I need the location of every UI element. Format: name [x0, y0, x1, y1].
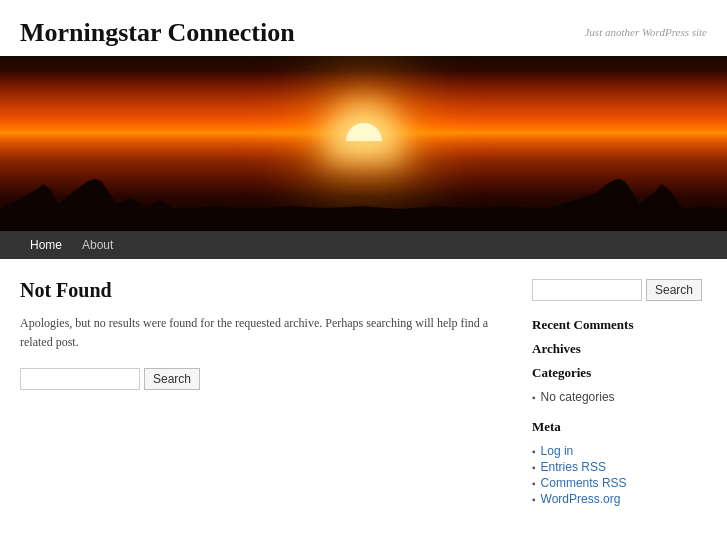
content-area: Not Found Apologies, but no results were…	[0, 259, 727, 545]
sidebar-search-form: Search	[532, 279, 707, 301]
list-item: No categories	[532, 389, 707, 405]
nav-item-home[interactable]: Home	[20, 231, 72, 259]
list-item: Log in	[532, 443, 707, 459]
sidebar-search-input[interactable]	[532, 279, 642, 301]
sidebar-search-button[interactable]: Search	[646, 279, 702, 301]
sidebar-meta-list: Log in Entries RSS Comments RSS WordPres…	[532, 443, 707, 507]
not-found-title: Not Found	[20, 279, 502, 302]
main-search-input[interactable]	[20, 368, 140, 390]
sidebar-meta-title: Meta	[532, 419, 707, 435]
list-item: Entries RSS	[532, 459, 707, 475]
main-content: Not Found Apologies, but no results were…	[20, 279, 512, 529]
sidebar-recent-comments-title: Recent Comments	[532, 317, 707, 333]
list-item: WordPress.org	[532, 491, 707, 507]
nav-item-about[interactable]: About	[72, 231, 123, 259]
main-search-button[interactable]: Search	[144, 368, 200, 390]
sidebar-categories-title: Categories	[532, 365, 707, 381]
meta-comments-rss-link[interactable]: Comments RSS	[541, 476, 627, 490]
category-no-categories: No categories	[541, 390, 615, 404]
site-tagline: Just another WordPress site	[584, 18, 707, 38]
navbar: Home About	[0, 231, 727, 259]
meta-wordpress-org-link[interactable]: WordPress.org	[541, 492, 621, 506]
meta-entries-rss-link[interactable]: Entries RSS	[541, 460, 606, 474]
site-header: Morningstar Connection Just another Word…	[0, 0, 727, 56]
not-found-text: Apologies, but no results were found for…	[20, 314, 502, 352]
main-search-form: Search	[20, 368, 502, 390]
sidebar: Search Recent Comments Archives Categori…	[532, 279, 707, 529]
list-item: Comments RSS	[532, 475, 707, 491]
sidebar-archives-title: Archives	[532, 341, 707, 357]
hero-image	[0, 56, 727, 231]
meta-login-link[interactable]: Log in	[541, 444, 574, 458]
site-title: Morningstar Connection	[20, 18, 295, 48]
sidebar-categories-list: No categories	[532, 389, 707, 405]
